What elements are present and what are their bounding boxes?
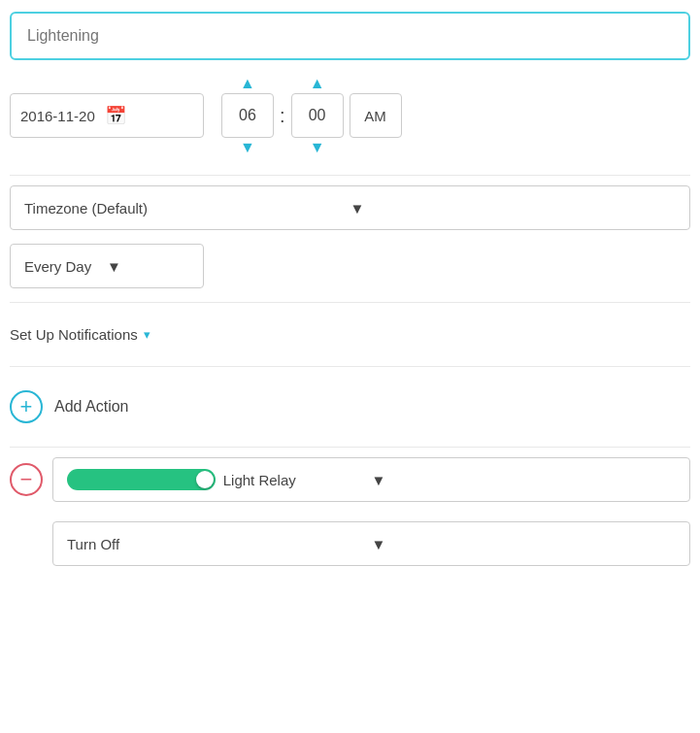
action-selects: Light Relay ▼ Turn Off ▼ <box>52 457 690 580</box>
remove-button[interactable]: − <box>10 463 43 496</box>
title-input[interactable] <box>10 12 690 60</box>
divider-3 <box>10 366 690 367</box>
device-dropdown[interactable]: Light Relay ▼ <box>52 457 690 502</box>
date-picker[interactable]: 2016-11-20 📅 <box>10 93 204 138</box>
device-label-wrapper: Light Relay <box>67 469 372 490</box>
divider-4 <box>10 447 690 448</box>
recurrence-label: Every Day <box>24 258 107 275</box>
toggle-switch[interactable] <box>67 469 216 490</box>
hour-down-button[interactable]: ▼ <box>236 138 259 157</box>
recurrence-arrow-icon: ▼ <box>107 258 189 275</box>
plus-icon: + <box>20 396 33 417</box>
date-value: 2016-11-20 <box>20 108 95 124</box>
hour-up-button[interactable]: ▲ <box>236 74 259 93</box>
add-action-label: Add Action <box>54 398 129 416</box>
divider-1 <box>10 175 690 176</box>
minute-control: ▲ 00 ▼ <box>291 74 344 157</box>
minus-icon: − <box>20 469 33 490</box>
ampm-display[interactable]: AM <box>350 93 402 138</box>
timezone-arrow-icon: ▼ <box>350 200 677 217</box>
minute-up-button[interactable]: ▲ <box>306 74 329 93</box>
minute-display: 00 <box>291 93 344 138</box>
time-colon: : <box>280 105 285 127</box>
minute-down-button[interactable]: ▼ <box>306 138 329 157</box>
hour-control: ▲ 06 ▼ <box>221 74 274 157</box>
notifications-label: Set Up Notifications <box>10 326 138 343</box>
timezone-label: Timezone (Default) <box>24 200 350 217</box>
add-action-row[interactable]: + Add Action <box>10 377 690 437</box>
timezone-dropdown[interactable]: Timezone (Default) ▼ <box>10 185 690 230</box>
action-type-arrow-icon: ▼ <box>372 536 677 552</box>
datetime-section: 2016-11-20 📅 ▲ 06 ▼ : ▲ 00 ▼ AM <box>10 74 690 157</box>
hour-display: 06 <box>221 93 274 138</box>
action-type-dropdown[interactable]: Turn Off ▼ <box>52 521 690 566</box>
recurrence-dropdown[interactable]: Every Day ▼ <box>10 244 204 288</box>
action-type-label: Turn Off <box>67 536 372 552</box>
notifications-arrow-icon: ▾ <box>144 327 150 342</box>
notifications-row[interactable]: Set Up Notifications ▾ <box>10 313 690 356</box>
add-circle-icon: + <box>10 390 43 423</box>
divider-2 <box>10 302 690 303</box>
device-label: Light Relay <box>223 472 372 488</box>
action-item: − Light Relay ▼ Turn Off ▼ <box>10 457 690 580</box>
calendar-icon: 📅 <box>105 105 126 126</box>
toggle-thumb <box>196 471 214 488</box>
device-arrow-icon: ▼ <box>372 472 677 488</box>
